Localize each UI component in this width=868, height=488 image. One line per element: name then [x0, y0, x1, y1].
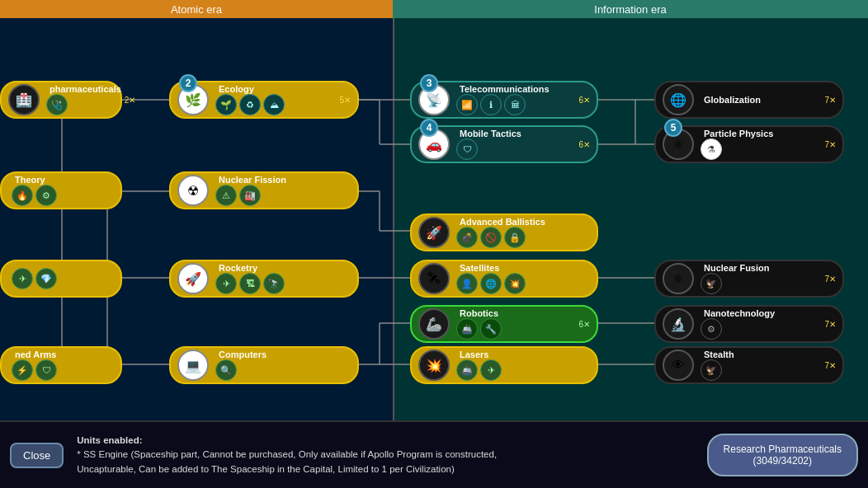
- rob-icon1: 🚢: [456, 318, 478, 340]
- st-icon1: 🦅: [701, 359, 722, 381]
- mt-icon1: 🛡: [456, 138, 478, 160]
- sat-icon1: 👤: [456, 273, 478, 294]
- sat-icon3: 💥: [504, 273, 526, 294]
- rocketry-node[interactable]: 🚀 Rocketry ✈ 🏗 🔭: [169, 260, 359, 298]
- close-button[interactable]: Close: [10, 443, 64, 468]
- nuclear-fission-label: Nuclear Fission: [219, 175, 351, 185]
- bottom-bar: Close Units enabled: * SS Engine (Spaces…: [0, 420, 868, 488]
- las-icon2: ✈: [480, 359, 502, 381]
- tel-icon1: 📶: [456, 94, 478, 115]
- ecology-node[interactable]: 2 🌿 Ecology 🌱 ♻ ⛰ 5 ✕: [169, 81, 359, 119]
- rl-icon1: ✈: [12, 268, 33, 289]
- ecology-badge: 2: [179, 74, 197, 92]
- r-icon2: 🏗: [239, 273, 261, 294]
- globalization-label: Globalization: [704, 95, 821, 105]
- stealth-icon: 👁: [663, 350, 694, 381]
- eco-icon1: 🌱: [215, 94, 237, 115]
- r-icon3: 🔭: [263, 273, 285, 294]
- pharmaceuticals-icon: 🏥: [8, 84, 40, 115]
- units-enabled-text: * SS Engine (Spaceship part, Cannot be p…: [77, 448, 693, 476]
- comp-icon1: 🔍: [215, 359, 237, 381]
- computers-icon: 💻: [177, 350, 209, 381]
- satellites-node[interactable]: 🛰 Satellites 👤 🌐 💥: [410, 260, 598, 298]
- eco-icon2: ♻: [239, 94, 261, 115]
- telecom-label: Telecommunications: [460, 84, 575, 94]
- pharma-icon1: 🩺: [46, 94, 68, 115]
- ab-icon3: 🔒: [504, 227, 526, 248]
- units-enabled-title: Units enabled:: [77, 434, 693, 448]
- tel-icon2: ℹ: [480, 94, 502, 115]
- info-era-label: Information era: [594, 3, 666, 16]
- rocketry-left-node[interactable]: ✈ 💎: [0, 260, 122, 298]
- quantum-theory-label: Theory: [15, 175, 114, 185]
- advanced-ballistics-node[interactable]: 🚀 Advanced Ballistics 💣 🚫 🔒: [410, 214, 598, 251]
- stealth-node[interactable]: 👁 Stealth 🦅 7 ✕: [654, 346, 844, 384]
- telecommunications-node[interactable]: 3 📡 Telecommunications 📶 ℹ 🏛 6 ✕: [410, 81, 598, 119]
- computers-label: Computers: [219, 350, 351, 359]
- nano-icon1: ⚙: [701, 318, 722, 340]
- advanced-arms-node[interactable]: ned Arms ⚡ 🛡: [0, 346, 122, 384]
- qt-icon1: 🔥: [12, 185, 33, 206]
- sat-icon2: 🌐: [480, 273, 502, 294]
- nfu-icon1: 🦅: [701, 273, 722, 294]
- r-icon1: ✈: [215, 273, 237, 294]
- particle-physics-node[interactable]: 5 ⚛ Particle Physics ⚗ 7 ✕: [654, 125, 844, 163]
- globalization-icon: 🌐: [663, 84, 694, 115]
- stealth-label: Stealth: [704, 350, 821, 359]
- nuclear-fission-node[interactable]: ☢ Nuclear Fission ⚠ 🏭: [169, 171, 359, 209]
- pp-icon1: ⚗: [701, 138, 722, 160]
- pharmaceuticals-node[interactable]: 🏥 pharmaceuticals 🩺 2 ✕: [0, 81, 122, 119]
- ecology-label: Ecology: [219, 84, 336, 94]
- rl-icon2: 💎: [35, 268, 57, 289]
- robotics-node[interactable]: 🦾 Robotics 🚢 🔧 6 ✕: [410, 305, 598, 343]
- info-era-header: Information era: [393, 0, 868, 18]
- atomic-era-header: Atomic era: [0, 0, 393, 18]
- ab-icon2: 🚫: [480, 227, 502, 248]
- quantum-theory-node[interactable]: Theory 🔥 ⚙: [0, 171, 122, 209]
- particle-physics-label: Particle Physics: [704, 129, 821, 138]
- nf-icon2: 🏭: [239, 185, 261, 206]
- satellites-label: Satellites: [460, 263, 590, 273]
- research-button[interactable]: Research Pharmaceuticals (3049/34202): [707, 434, 858, 476]
- adv-ballistics-icon: 🚀: [418, 217, 450, 248]
- robotics-icon: 🦾: [418, 308, 450, 340]
- nuclear-fusion-label: Nuclear Fusion: [704, 263, 821, 273]
- computers-node[interactable]: 💻 Computers 🔍: [169, 346, 359, 384]
- mobile-tactics-badge: 4: [420, 119, 438, 137]
- era-divider: [393, 18, 394, 439]
- nanotechnology-node[interactable]: 🔬 Nanotechnology ⚙ 7 ✕: [654, 305, 844, 343]
- atomic-era-label: Atomic era: [171, 3, 222, 16]
- globalization-node[interactable]: 🌐 Globalization 7 ✕: [654, 81, 844, 119]
- nanotechnology-icon: 🔬: [663, 308, 694, 340]
- eco-icon3: ⛰: [263, 94, 285, 115]
- aa-icon2: 🛡: [35, 359, 57, 381]
- mobile-tactics-node[interactable]: 4 🚗 Mobile Tactics 🛡 6 ✕: [410, 125, 598, 163]
- tel-icon3: 🏛: [504, 94, 526, 115]
- aa-icon1: ⚡: [12, 359, 33, 381]
- advanced-arms-label: ned Arms: [15, 350, 114, 359]
- lasers-label: Lasers: [460, 350, 590, 359]
- robotics-label: Robotics: [460, 308, 575, 318]
- rocketry-icon: 🚀: [177, 263, 209, 294]
- pharmaceuticals-label: pharmaceuticals: [50, 84, 121, 94]
- nanotechnology-label: Nanotechnology: [704, 308, 821, 318]
- adv-ballistics-label: Advanced Ballistics: [460, 217, 590, 227]
- ab-icon1: 💣: [456, 227, 478, 248]
- rocketry-label: Rocketry: [219, 263, 351, 273]
- satellites-icon: 🛰: [418, 263, 450, 294]
- nuclear-fusion-node[interactable]: ⚛ Nuclear Fusion 🦅 7 ✕: [654, 260, 844, 298]
- nf-icon1: ⚠: [215, 185, 237, 206]
- bottom-info: Units enabled: * SS Engine (Spaceship pa…: [77, 434, 693, 476]
- lasers-node[interactable]: 💥 Lasers 🚢 ✈: [410, 346, 598, 384]
- particle-physics-badge: 5: [664, 119, 682, 137]
- las-icon1: 🚢: [456, 359, 478, 381]
- nuclear-fission-icon: ☢: [177, 175, 209, 206]
- telecom-badge: 3: [420, 74, 438, 92]
- rob-icon2: 🔧: [480, 318, 502, 340]
- mobile-tactics-label: Mobile Tactics: [460, 129, 575, 138]
- lasers-icon: 💥: [418, 350, 450, 381]
- nuclear-fusion-icon: ⚛: [663, 263, 694, 294]
- qt-icon2: ⚙: [35, 185, 57, 206]
